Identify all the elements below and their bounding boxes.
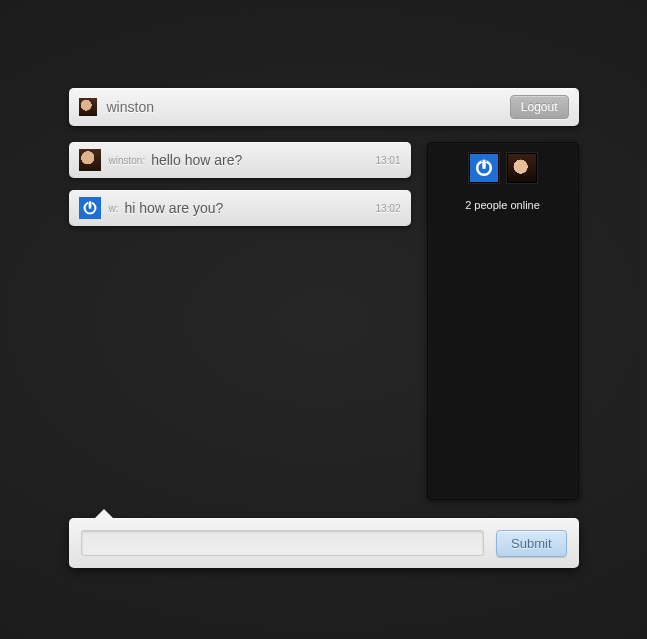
username-label: winston [107,99,510,115]
message-list: winston: hello how are? 13:01 w: hi how … [69,142,411,226]
power-icon [474,158,494,178]
presence-avatar-list [438,153,568,183]
svg-rect-3 [88,201,90,207]
message-input[interactable] [81,530,485,556]
header-bar: winston Logout [69,88,579,126]
message-sender: w: [109,203,119,214]
message-text: hi how are you? [125,200,376,216]
composer-pointer [95,509,113,518]
presence-sidebar: 2 people online [427,142,579,500]
presence-count: 2 people online [438,199,568,211]
message-time: 13:01 [375,155,400,166]
user-avatar [79,98,97,116]
message-row: winston: hello how are? 13:01 [69,142,411,178]
composer-wrap: Submit [69,518,579,568]
composer-bar: Submit [69,518,579,568]
chat-app: winston Logout winston: hello how are? 1… [69,88,579,568]
logout-button[interactable]: Logout [510,95,569,119]
message-text: hello how are? [151,152,375,168]
presence-avatar [469,153,499,183]
message-sender: winston: [109,155,146,166]
main-columns: winston: hello how are? 13:01 w: hi how … [69,142,579,500]
message-avatar [79,149,101,171]
message-time: 13:02 [375,203,400,214]
power-icon [82,200,98,216]
message-row: w: hi how are you? 13:02 [69,190,411,226]
presence-avatar [507,153,537,183]
submit-button[interactable]: Submit [496,530,566,557]
svg-rect-7 [482,160,485,168]
message-avatar [79,197,101,219]
